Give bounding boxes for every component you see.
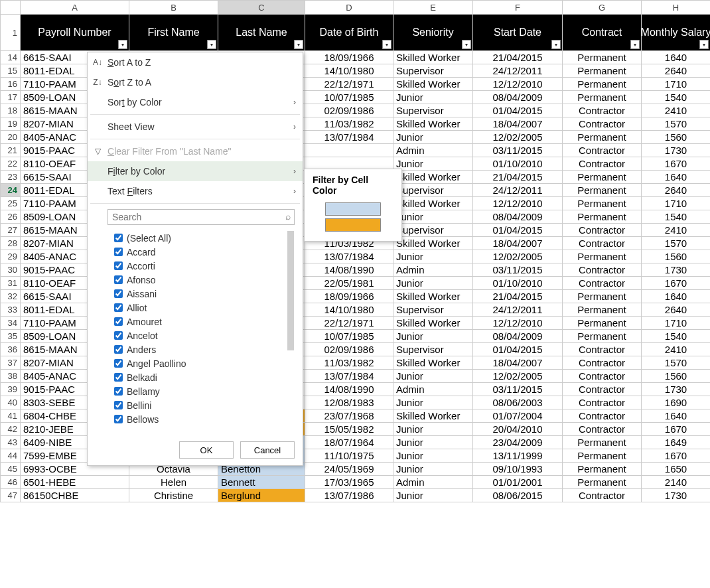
cell[interactable]: 18/04/2007 xyxy=(473,356,563,370)
cell[interactable]: Permanent xyxy=(563,463,642,476)
cell[interactable]: 17/03/1965 xyxy=(305,476,393,489)
cell[interactable]: 1570 xyxy=(642,117,710,131)
cell[interactable]: 22/12/1971 xyxy=(305,317,393,330)
row-head[interactable]: 36 xyxy=(0,343,21,356)
cell[interactable]: Contractor xyxy=(563,277,642,290)
cell[interactable]: 02/09/1986 xyxy=(305,343,393,356)
filter-checkbox[interactable] xyxy=(114,275,123,284)
cell[interactable]: 12/02/2005 xyxy=(473,370,563,383)
cell[interactable]: Contractor xyxy=(563,237,642,250)
filter-button-D[interactable]: ▾ xyxy=(382,40,391,49)
filter-select-all[interactable]: (Select All) xyxy=(111,231,294,245)
filter-checkbox[interactable] xyxy=(114,387,123,396)
cell[interactable]: 03/11/2015 xyxy=(473,144,563,157)
cell[interactable]: Contractor xyxy=(563,343,642,356)
ok-button[interactable]: OK xyxy=(179,441,234,459)
cell[interactable]: 86150CHBE xyxy=(21,489,129,502)
row-head[interactable]: 28 xyxy=(0,237,21,250)
cell[interactable]: Junior xyxy=(393,489,473,502)
cell[interactable]: 23/04/2009 xyxy=(473,436,563,449)
cell[interactable]: Skilled Worker xyxy=(393,171,473,184)
cell[interactable]: Helen xyxy=(129,476,218,489)
row-head[interactable]: 23 xyxy=(0,171,21,184)
cell[interactable]: 1690 xyxy=(642,396,710,409)
filter-checkbox[interactable] xyxy=(114,317,123,326)
cell[interactable]: Junior xyxy=(393,210,473,224)
cell[interactable]: Skilled Worker xyxy=(393,290,473,303)
filter-values-list[interactable]: (Select All) AccardAccortiAfonsoAissaniA… xyxy=(111,228,295,433)
cell[interactable]: 13/07/1986 xyxy=(305,489,393,502)
row-head[interactable]: 24 xyxy=(0,184,21,197)
cell[interactable]: 18/04/2007 xyxy=(473,237,563,250)
row-head[interactable]: 29 xyxy=(0,250,21,263)
filter-item[interactable]: Bellini xyxy=(111,398,294,412)
cell[interactable]: 10/07/1985 xyxy=(305,91,393,104)
text-filters[interactable]: Text Filters › xyxy=(88,181,303,201)
cell[interactable]: 1730 xyxy=(642,383,710,396)
cell[interactable]: 12/08/1983 xyxy=(305,396,393,409)
row-head[interactable]: 15 xyxy=(0,64,21,78)
cell[interactable]: Contractor xyxy=(563,104,642,117)
cell[interactable]: Skilled Worker xyxy=(393,356,473,370)
cell[interactable]: 18/09/1966 xyxy=(305,51,393,64)
cell[interactable]: 01/10/2010 xyxy=(473,277,563,290)
cell[interactable]: 1570 xyxy=(642,237,710,250)
filter-checkbox[interactable] xyxy=(114,261,123,270)
row-head[interactable]: 32 xyxy=(0,290,21,303)
cell[interactable]: 14/10/1980 xyxy=(305,64,393,78)
cell[interactable]: 1670 xyxy=(642,423,710,436)
filter-item[interactable]: Afonso xyxy=(111,273,294,287)
filter-checkbox[interactable] xyxy=(114,303,123,312)
filter-item[interactable]: Bellows xyxy=(111,412,294,426)
filter-checkbox[interactable] xyxy=(114,345,123,354)
col-head-E[interactable]: E xyxy=(393,0,473,15)
cell[interactable]: 6501-HEBE xyxy=(21,476,129,489)
row-head[interactable]: 43 xyxy=(0,436,21,449)
cell[interactable]: 11/10/1975 xyxy=(305,449,393,463)
row-head[interactable]: 22 xyxy=(0,157,21,171)
sheet-view[interactable]: Sheet View › xyxy=(88,117,303,137)
cell[interactable]: Permanent xyxy=(563,290,642,303)
cell[interactable]: Junior xyxy=(393,396,473,409)
cell[interactable]: Skilled Worker xyxy=(393,317,473,330)
cell[interactable]: 1670 xyxy=(642,157,710,171)
cell[interactable]: Skilled Worker xyxy=(393,197,473,210)
cell[interactable]: Contractor xyxy=(563,423,642,436)
cell[interactable]: Junior xyxy=(393,370,473,383)
cell[interactable]: 22/05/1981 xyxy=(305,277,393,290)
filter-checkbox[interactable] xyxy=(114,289,123,298)
col-head-F[interactable]: F xyxy=(473,0,563,15)
cell[interactable]: 1649 xyxy=(642,436,710,449)
cell[interactable]: 24/05/1969 xyxy=(305,463,393,476)
cell[interactable]: 01/04/2015 xyxy=(473,224,563,237)
filter-button-E[interactable]: ▾ xyxy=(462,40,471,49)
cell[interactable]: 13/07/1984 xyxy=(305,250,393,263)
filter-checkbox[interactable] xyxy=(114,373,123,382)
filter-item[interactable]: Angel Paollino xyxy=(111,356,294,370)
cell[interactable]: 1710 xyxy=(642,197,710,210)
cell[interactable]: 1730 xyxy=(642,144,710,157)
cell[interactable]: 01/04/2015 xyxy=(473,343,563,356)
filter-checkbox[interactable] xyxy=(114,248,123,256)
cell[interactable]: 13/07/1984 xyxy=(305,131,393,144)
filter-button-A[interactable]: ▾ xyxy=(118,40,127,49)
row-head[interactable]: 39 xyxy=(0,383,21,396)
cell[interactable]: 1710 xyxy=(642,317,710,330)
row-head[interactable]: 16 xyxy=(0,78,21,91)
cell[interactable]: 12/02/2005 xyxy=(473,131,563,144)
row-head[interactable]: 38 xyxy=(0,370,21,383)
cell[interactable]: 1670 xyxy=(642,277,710,290)
row-head[interactable]: 46 xyxy=(0,476,21,489)
col-head-H[interactable]: H xyxy=(642,0,710,15)
cell[interactable]: Junior xyxy=(393,463,473,476)
cell[interactable]: 1540 xyxy=(642,210,710,224)
filter-checkbox[interactable] xyxy=(114,331,123,340)
filter-item[interactable]: Aissani xyxy=(111,287,294,301)
cell[interactable]: Contractor xyxy=(563,383,642,396)
filter-checkbox[interactable] xyxy=(114,359,123,368)
filter-button-F[interactable]: ▾ xyxy=(551,40,561,49)
row-head[interactable]: 17 xyxy=(0,91,21,104)
cell[interactable]: 1650 xyxy=(642,463,710,476)
cell[interactable]: 2640 xyxy=(642,184,710,197)
filter-item[interactable]: Accard xyxy=(111,245,294,259)
